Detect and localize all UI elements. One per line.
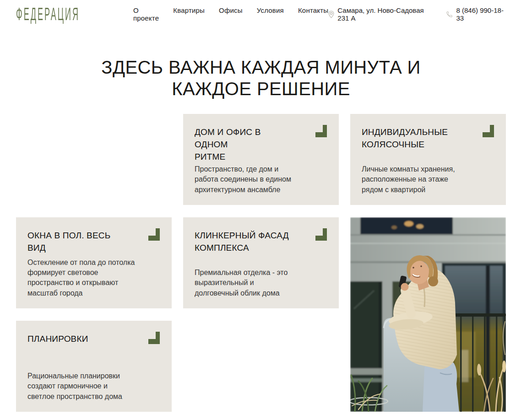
nav-item-apartments[interactable]: Квартиры — [173, 6, 205, 22]
nav-item-contacts[interactable]: Контакты — [298, 6, 328, 22]
header-phone-text: 8 (846) 990-18-33 — [456, 6, 506, 22]
card-dom-i-ofis[interactable]: ДОМ И ОФИС В ОДНОМ РИТМЕ Пространство, г… — [183, 114, 339, 205]
card-text: Премиальная отделка - это выразительный … — [195, 268, 307, 298]
main-nav: О проекте Квартиры Офисы Условия Контакт… — [133, 6, 328, 22]
main-content: ЗДЕСЬ ВАЖНА КАЖДАЯ МИНУТА И КАЖДОЕ РЕШЕН… — [16, 57, 506, 420]
corner-arrow-icon[interactable] — [315, 228, 327, 241]
card-planirovki[interactable]: ПЛАНИРОВКИ Рациональные планировки созда… — [16, 321, 172, 412]
card-title: ДОМ И ОФИС В ОДНОМ РИТМЕ — [195, 126, 327, 163]
nav-item-about[interactable]: О проекте — [133, 6, 159, 22]
card-title: КЛИНКЕРНЫЙ ФАСАД КОМПЛЕКСА — [195, 230, 327, 254]
card-text: Рациональные планировки создают гармонич… — [27, 371, 140, 401]
logo-text: ФЕДЕРАЦИЯ — [16, 4, 80, 24]
nav-item-offices[interactable]: Офисы — [219, 6, 243, 22]
page-title: ЗДЕСЬ ВАЖНА КАЖДАЯ МИНУТА И КАЖДОЕ РЕШЕН… — [85, 57, 437, 100]
card-text: Личные комнаты хранения, расположенные н… — [362, 164, 474, 194]
card-individualnye-kolyasochnye[interactable]: ИНДИВИДУАЛЬНЫЕ КОЛЯСОЧНЫЕ Личные комнаты… — [350, 114, 506, 205]
corner-arrow-icon[interactable] — [483, 125, 494, 137]
card-title: ПЛАНИРОВКИ — [27, 333, 160, 345]
site-header: ФЕДЕРАЦИЯ О проекте Квартиры Офисы Услов… — [16, 0, 506, 24]
corner-arrow-icon[interactable] — [148, 332, 160, 344]
header-phone[interactable]: 8 (846) 990-18-33 — [446, 6, 506, 22]
card-text: Остекление от пола до потолка формирует … — [27, 258, 140, 298]
woman-on-phone-illustration — [350, 217, 506, 412]
corner-arrow-icon[interactable] — [315, 125, 327, 137]
location-pin-icon — [328, 11, 334, 18]
features-grid: ДОМ И ОФИС В ОДНОМ РИТМЕ Пространство, г… — [16, 114, 506, 420]
corner-arrow-icon[interactable] — [148, 228, 160, 241]
logo[interactable]: ФЕДЕРАЦИЯ — [16, 6, 114, 22]
phone-icon — [446, 11, 453, 18]
card-okna-v-pol[interactable]: ОКНА В ПОЛ. ВЕСЬ ВИД Остекление от пола … — [16, 217, 172, 308]
card-title: ОКНА В ПОЛ. ВЕСЬ ВИД — [27, 230, 160, 254]
feature-photo — [350, 217, 506, 412]
card-title: ИНДИВИДУАЛЬНЫЕ КОЛЯСОЧНЫЕ — [362, 126, 494, 151]
nav-item-terms[interactable]: Условия — [257, 6, 284, 22]
header-address-text: Самара, ул. Ново-Садовая 231 А — [337, 6, 434, 22]
card-klinkerny-fasad[interactable]: КЛИНКЕРНЫЙ ФАСАД КОМПЛЕКСА Премиальная о… — [183, 217, 339, 308]
header-contacts: Самара, ул. Ново-Садовая 231 А 8 (846) 9… — [328, 6, 506, 22]
card-text: Пространство, где дом и работа соединены… — [195, 164, 307, 194]
header-address: Самара, ул. Ново-Садовая 231 А — [328, 6, 434, 22]
